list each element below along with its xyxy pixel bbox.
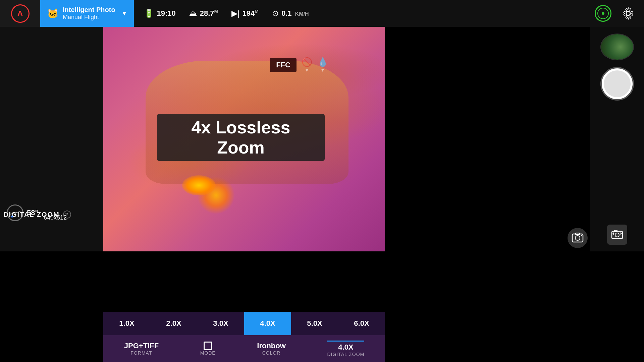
zoom-option-5x[interactable]: 5.0X	[291, 312, 338, 335]
shutter-button[interactable]	[600, 67, 634, 101]
screenshot-icon	[572, 232, 584, 244]
format-label: FORMAT	[130, 350, 152, 356]
battery-icon: 🔋	[144, 9, 154, 18]
speed-value: 0.1 KM/H	[281, 9, 309, 18]
gyro-indicator: 58°	[7, 204, 38, 221]
gyro-circle	[7, 204, 23, 221]
format-value: JPG+TIFF	[124, 342, 159, 350]
left-panel: DIGITAL ZOOM ? 58° 640x512	[0, 27, 103, 251]
camera-switch-icon	[611, 229, 623, 241]
zoom-option-4x[interactable]: 4.0X	[244, 312, 291, 335]
mode-setting[interactable]: MODE	[200, 342, 216, 356]
ffc-button[interactable]: FFC	[270, 58, 297, 72]
color-value: Ironbow	[257, 342, 286, 350]
drone-icon: 🐱	[47, 8, 59, 19]
flight-title: Intelligent Photo	[63, 6, 115, 14]
speed-icon: ⊙	[272, 9, 279, 18]
flight-mode-button[interactable]: 🐱 Intelligent Photo Manual Flight ▼	[40, 0, 134, 27]
mode-square-icon	[204, 342, 212, 350]
digital-zoom-setting[interactable]: 4.0X DIGITAL ZOOM	[327, 341, 364, 357]
svg-point-2	[575, 236, 580, 240]
zoom-option-3x[interactable]: 3.0X	[197, 312, 244, 335]
camera-controls: FFC 🚫 ▼ 💧 ▼	[270, 57, 328, 73]
battery-status: 🔋 19:10	[144, 9, 175, 18]
speed-status: ⊙ 0.1 KM/H	[272, 9, 309, 18]
zoom-selector: 1.0X 2.0X 3.0X 4.0X 5.0X 6.0X	[103, 312, 385, 335]
svg-rect-5	[612, 231, 623, 239]
top-bar: A 🐱 Intelligent Photo Manual Flight ▼ 🔋 …	[0, 0, 644, 27]
distance-status: ▶| 194M	[231, 9, 259, 18]
mini-camera-preview[interactable]	[600, 34, 634, 60]
digital-zoom-label: DIGITAL ZOOM	[327, 352, 364, 357]
logo-icon: A	[11, 4, 30, 23]
camera-switch-button[interactable]	[607, 225, 627, 245]
svg-point-4	[581, 235, 582, 236]
altitude-status: ⛰ 28.7M	[189, 9, 218, 18]
digital-zoom-value: 4.0X	[338, 343, 353, 352]
image-size-label: 640x512	[44, 214, 67, 221]
color-label: COLOR	[262, 350, 281, 356]
svg-point-0	[626, 11, 630, 15]
right-sidebar	[590, 27, 644, 251]
distance-icon: ▶|	[231, 9, 239, 18]
top-right-controls	[587, 0, 644, 27]
battery-value: 19:10	[157, 9, 175, 18]
settings-button[interactable]	[619, 4, 637, 23]
wheel-heat-spot	[182, 175, 216, 195]
bottom-settings-bar: JPG+TIFF FORMAT MODE Ironbow COLOR 4.0X …	[103, 335, 385, 362]
logo-button[interactable]: A	[0, 0, 40, 27]
camera-view: FFC 🚫 ▼ 💧 ▼ 4x Lossless Zoom	[103, 27, 385, 251]
mode-label: MODE	[200, 350, 216, 356]
screenshot-button[interactable]	[568, 228, 588, 248]
svg-point-6	[615, 233, 619, 237]
distance-value: 194M	[243, 9, 259, 18]
gps-button[interactable]	[594, 4, 612, 23]
altitude-icon: ⛰	[189, 9, 197, 18]
altitude-value: 28.7M	[200, 9, 218, 18]
dropdown-arrow-icon: ▼	[121, 10, 127, 17]
zoom-option-6x[interactable]: 6.0X	[338, 312, 385, 335]
brightness-button[interactable]: 💧 ▼	[317, 57, 328, 73]
zoom-label: 4x Lossless Zoom	[157, 114, 325, 161]
status-bar: 🔋 19:10 ⛰ 28.7M ▶| 194M ⊙ 0.1 KM/H	[134, 0, 587, 27]
format-setting[interactable]: JPG+TIFF FORMAT	[124, 342, 159, 356]
color-setting[interactable]: Ironbow COLOR	[257, 342, 286, 356]
gyro-degrees: 58°	[27, 208, 38, 217]
flight-subtitle: Manual Flight	[63, 14, 115, 21]
palette-button[interactable]: 🚫 ▼	[302, 57, 312, 73]
gear-icon	[622, 7, 635, 20]
zoom-option-1x[interactable]: 1.0X	[103, 312, 150, 335]
zoom-option-2x[interactable]: 2.0X	[150, 312, 197, 335]
